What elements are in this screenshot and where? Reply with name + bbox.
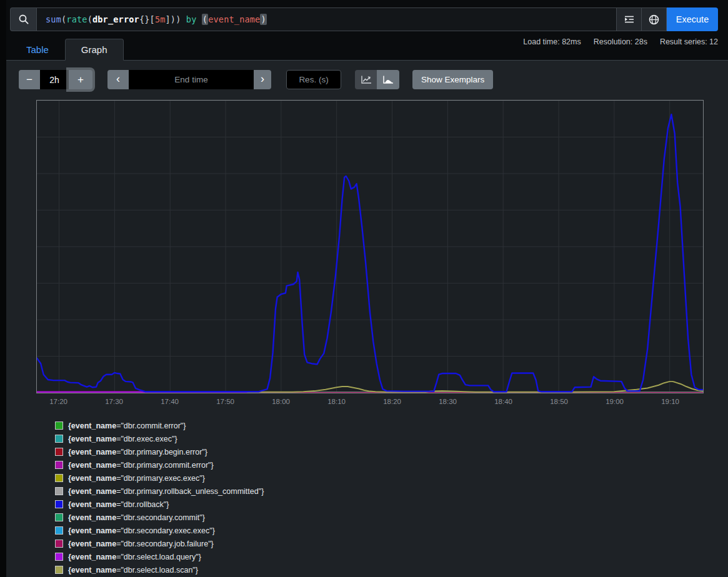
time-back-button[interactable]: ‹ (107, 70, 129, 89)
tab-graph[interactable]: Graph (65, 39, 124, 61)
legend-item[interactable]: {event_name="dbr.secondary.commit"} (55, 513, 718, 522)
legend-swatch (55, 540, 63, 548)
x-axis-label: 17:20 (49, 398, 67, 405)
x-axis-label: 19:10 (661, 398, 679, 405)
legend-label: {event_name="dbr.select.load.scan"} (68, 566, 198, 575)
explain-globe-button[interactable] (642, 7, 667, 31)
metrics-explorer-icon (624, 14, 635, 25)
query-token (197, 14, 202, 24)
resolution-input[interactable] (286, 70, 341, 89)
execute-button[interactable]: Execute (667, 7, 718, 31)
legend-swatch (55, 474, 63, 482)
window-edge-strip (0, 0, 6, 577)
legend-label: {event_name="dbr.primary.rollback_unless… (68, 487, 264, 496)
legend-item[interactable]: {event_name="dbr.primary.exec.exec"} (55, 473, 718, 483)
stacked-chart-toggle-button[interactable] (377, 70, 399, 89)
legend-swatch (55, 448, 63, 456)
x-axis-label: 17:40 (161, 398, 179, 405)
line-chart-toggle-button[interactable] (355, 70, 377, 89)
x-axis-label: 18:30 (439, 398, 457, 405)
query-token (181, 14, 186, 24)
legend-item[interactable]: {event_name="dbr.select.load.scan"} (55, 565, 718, 575)
chart: 0.001.002.003.004.005.006.007.008.00 17:… (36, 100, 704, 407)
show-exemplars-button[interactable]: Show Exemplars (412, 70, 493, 89)
panel-tabs: Table Graph Load time: 82ms Resolution: … (0, 31, 728, 61)
legend-item[interactable]: {event_name="dbr.primary.begin.error"} (55, 447, 718, 456)
legend-item[interactable]: {event_name="dbr.secondary.job.failure"} (55, 539, 718, 548)
query-expression-input[interactable]: sum(rate(dbr_error{}[5m])) by (event_nam… (36, 7, 617, 31)
legend-label: {event_name="dbr.secondary.commit"} (68, 513, 205, 522)
query-token: {}[ (139, 14, 155, 24)
x-axis-label: 17:50 (216, 398, 234, 405)
query-token: sum (46, 14, 61, 24)
range-input[interactable] (40, 70, 69, 89)
legend-item[interactable]: {event_name="dbr.secondary.exec.exec"} (55, 526, 718, 535)
legend-label: {event_name="dbr.secondary.exec.exec"} (68, 526, 215, 535)
legend-label: {event_name="dbr.commit.error"} (68, 422, 186, 430)
legend-label: {event_name="dbr.exec.exec"} (68, 435, 177, 443)
legend-swatch (55, 513, 63, 521)
legend-item[interactable]: {event_name="dbr.rollback"} (55, 500, 718, 509)
query-token: ( (202, 14, 208, 25)
legend-item[interactable]: {event_name="dbr.commit.error"} (55, 421, 718, 430)
legend-swatch (55, 553, 63, 561)
query-toolbar: sum(rate(dbr_error{}[5m])) by (event_nam… (0, 0, 728, 31)
graph-controls: − + ‹ › Show Ex (19, 70, 718, 89)
query-stats: Load time: 82ms Resolution: 28s Result s… (523, 37, 718, 46)
legend-item[interactable]: {event_name="dbr.primary.rollback_unless… (55, 486, 718, 496)
legend-swatch (55, 526, 63, 535)
range-selector: − + (19, 70, 92, 89)
query-token: dbr_error (92, 14, 139, 24)
legend-swatch (55, 435, 63, 443)
stat-load-time: Load time: 82ms (523, 37, 581, 46)
x-axis-label: 19:00 (606, 398, 624, 405)
x-axis-label: 18:10 (327, 398, 346, 405)
x-axis-label: 17:30 (105, 398, 123, 405)
legend-label: {event_name="dbr.select.load.query"} (68, 553, 201, 561)
legend-item[interactable]: {event_name="dbr.select.load.query"} (55, 552, 718, 561)
legend-swatch (55, 461, 63, 469)
stat-resolution: Resolution: 28s (594, 37, 647, 46)
legend-label: {event_name="dbr.secondary.job.failure"} (68, 540, 214, 548)
query-token: ) (260, 14, 266, 25)
range-decrement-button[interactable]: − (19, 70, 40, 89)
chart-plot-area[interactable] (36, 100, 704, 393)
query-token: ( (61, 14, 66, 24)
query-token: by (186, 14, 197, 24)
legend-swatch (55, 500, 63, 508)
legend-label: {event_name="dbr.primary.exec.exec"} (68, 474, 205, 483)
x-axis-label: 18:20 (383, 398, 401, 405)
legend-label: {event_name="dbr.primary.begin.error"} (68, 448, 207, 456)
legend-label: {event_name="dbr.primary.commit.error"} (68, 461, 214, 470)
end-time-selector: ‹ › (107, 70, 271, 89)
legend-label: {event_name="dbr.rollback"} (68, 500, 169, 509)
query-token: rate (66, 14, 87, 24)
legend-item[interactable]: {event_name="dbr.primary.commit.error"} (55, 460, 718, 470)
stacked-chart-icon (382, 75, 394, 85)
query-token: event_name (208, 14, 260, 24)
query-token: ( (87, 14, 92, 24)
x-axis: 17:2017:3017:4017:5018:0018:1018:2018:30… (36, 393, 704, 407)
legend-swatch (55, 566, 63, 574)
legend-swatch (55, 422, 63, 430)
chart-type-toggle (355, 70, 399, 89)
x-axis-label: 18:50 (550, 398, 568, 405)
globe-icon (648, 14, 660, 26)
tab-table[interactable]: Table (10, 39, 65, 61)
query-token: 5m (155, 14, 166, 24)
query-token: ])) (166, 14, 181, 24)
stat-result-series: Result series: 12 (660, 37, 718, 46)
x-axis-label: 18:00 (272, 398, 290, 405)
legend-swatch (55, 487, 63, 495)
time-forward-button[interactable]: › (254, 70, 271, 89)
range-increment-button[interactable]: + (69, 70, 92, 89)
search-icon (10, 7, 36, 31)
legend: {event_name="dbr.commit.error"}{event_na… (55, 421, 718, 575)
x-axis-label: 18:40 (494, 398, 512, 405)
line-chart-icon (360, 75, 372, 85)
legend-item[interactable]: {event_name="dbr.exec.exec"} (55, 434, 718, 443)
metrics-explorer-button[interactable] (617, 7, 642, 31)
end-time-input[interactable] (129, 70, 254, 89)
graph-panel: − + ‹ › Show Ex (0, 61, 728, 575)
